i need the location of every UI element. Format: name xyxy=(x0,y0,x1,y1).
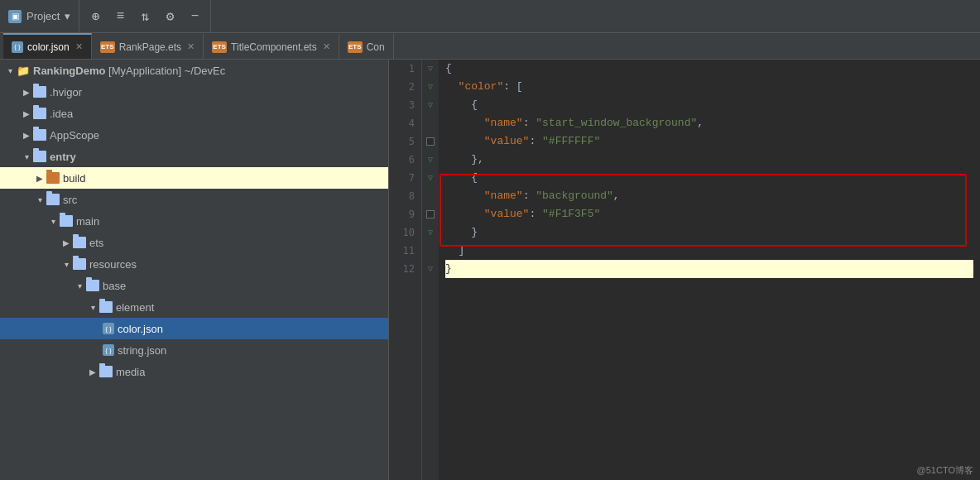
tree-item-element[interactable]: ▾ element xyxy=(0,296,388,318)
toolbar-icons: ⊕ ≡ ⇅ ⚙ − xyxy=(79,0,211,32)
tab-label-con: Con xyxy=(367,41,385,53)
tab-titlecomponent-ets[interactable]: ETS TitleComponent.ets ✕ xyxy=(204,33,339,59)
tree-item-media[interactable]: ▶ media xyxy=(0,361,388,382)
tab-label-titlecomponent: TitleComponent.ets xyxy=(231,41,317,53)
json-tab-icon: { } xyxy=(12,41,23,53)
folder-icon-base xyxy=(86,280,99,291)
tree-item-appscope[interactable]: ▶ AppScope xyxy=(0,124,388,146)
code-line-11: ] xyxy=(445,242,973,260)
arrow-ets: ▶ xyxy=(60,236,73,249)
ets-tab-icon-2: ETS xyxy=(212,41,227,53)
label-idea: .idea xyxy=(50,108,73,120)
filter-icon[interactable]: ⇅ xyxy=(136,7,154,26)
line-num-1: 1 xyxy=(389,60,415,78)
gutter-5[interactable] xyxy=(422,132,439,151)
breakpoint-9[interactable] xyxy=(426,210,435,218)
gutter: ▽ ▽ ▽ ▽ xyxy=(422,60,439,480)
gutter-7: ▽ xyxy=(422,169,439,187)
code-line-6: }, xyxy=(445,151,973,169)
project-label: Project xyxy=(26,10,60,22)
folder-icon-resources xyxy=(73,258,86,270)
folder-icon-element xyxy=(99,301,113,313)
code-line-2: "color": [ xyxy=(445,78,973,96)
code-line-8: "name": "background", xyxy=(445,187,973,205)
tree-item-main[interactable]: ▾ main xyxy=(0,210,388,232)
code-line-12: } xyxy=(445,260,973,278)
tree-item-build[interactable]: ▶ build xyxy=(0,167,388,189)
line-num-12: 12 xyxy=(389,260,415,278)
gutter-2: ▽ xyxy=(422,78,439,96)
dropdown-arrow: ▾ xyxy=(65,10,70,22)
tab-close-titlecomponent[interactable]: ✕ xyxy=(323,41,330,52)
gutter-3: ▽ xyxy=(422,96,439,114)
tree-item-string-json[interactable]: { } string.json xyxy=(0,339,388,361)
label-base: base xyxy=(103,280,126,292)
folder-icon-ets xyxy=(73,237,86,248)
sidebar: ▾ 📁 RankingDemo [MyApplication] ~/DevEc … xyxy=(0,60,389,480)
tab-label-rankpage: RankPage.ets xyxy=(119,41,181,53)
code-line-1: { xyxy=(445,60,973,78)
tree-item-rankingdemo[interactable]: ▾ 📁 RankingDemo [MyApplication] ~/DevEc xyxy=(0,60,388,81)
tree-item-color-json[interactable]: { } color.json xyxy=(0,318,388,339)
code-content[interactable]: { "color": [ { "name": "start_window_bac… xyxy=(439,60,980,480)
arrow-rankingdemo: ▾ xyxy=(3,64,17,77)
line-num-10: 10 xyxy=(389,223,415,242)
tab-close-color-json[interactable]: ✕ xyxy=(75,41,83,52)
label-media: media xyxy=(116,366,145,378)
line-num-7: 7 xyxy=(389,169,415,187)
folder-icon-entry xyxy=(33,151,46,162)
tree-item-base[interactable]: ▾ base xyxy=(0,275,388,296)
arrow-hvigor: ▶ xyxy=(20,85,33,98)
folder-icon-src xyxy=(46,194,60,205)
arrow-base: ▾ xyxy=(73,279,86,292)
breakpoint-5[interactable] xyxy=(426,137,435,146)
label-ets: ets xyxy=(89,237,103,249)
gutter-9[interactable] xyxy=(422,205,439,223)
gutter-4 xyxy=(422,114,439,132)
list-icon[interactable]: ≡ xyxy=(111,7,129,26)
tree-item-idea[interactable]: ▶ .idea xyxy=(0,103,388,124)
folder-icon-idea xyxy=(33,108,46,119)
arrow-media: ▶ xyxy=(86,365,99,378)
label-main: main xyxy=(76,215,99,228)
tree-item-hvigor[interactable]: ▶ .hvigor xyxy=(0,81,388,103)
arrow-element: ▾ xyxy=(86,300,99,314)
label-rankingdemo: RankingDemo [MyApplication] ~/DevEc xyxy=(33,65,225,77)
code-line-5: "value": "#FFFFFF" xyxy=(445,132,973,151)
label-color-json: color.json xyxy=(118,323,163,335)
line-num-8: 8 xyxy=(389,187,415,205)
line-num-6: 6 xyxy=(389,151,415,169)
gutter-10: ▽ xyxy=(422,223,439,242)
arrow-entry: ▾ xyxy=(20,150,33,163)
tabs-bar: { } color.json ✕ ETS RankPage.ets ✕ ETS … xyxy=(0,33,980,60)
label-entry: entry xyxy=(50,151,76,163)
arrow-main: ▾ xyxy=(46,214,60,228)
tab-color-json[interactable]: { } color.json ✕ xyxy=(3,33,92,59)
arrow-appscope: ▶ xyxy=(20,128,33,142)
main-area: ▾ 📁 RankingDemo [MyApplication] ~/DevEc … xyxy=(0,60,980,480)
line-num-2: 2 xyxy=(389,78,415,96)
ets-tab-icon-1: ETS xyxy=(100,41,115,53)
tab-rankpage-ets[interactable]: ETS RankPage.ets ✕ xyxy=(92,33,204,59)
settings-icon[interactable]: ⚙ xyxy=(161,7,179,26)
code-line-4: "name": "start_window_background", xyxy=(445,114,973,132)
tree-item-ets[interactable]: ▶ ets xyxy=(0,232,388,253)
tree-item-entry[interactable]: ▾ entry xyxy=(0,146,388,167)
gutter-1: ▽ xyxy=(422,60,439,78)
tab-con[interactable]: ETS Con xyxy=(339,33,394,59)
arrow-src: ▾ xyxy=(33,193,46,206)
label-build: build xyxy=(63,172,85,185)
project-dropdown[interactable]: ▣ Project ▾ xyxy=(0,0,79,32)
add-icon[interactable]: ⊕ xyxy=(86,7,104,26)
code-line-3: { xyxy=(445,96,973,114)
tab-close-rankpage[interactable]: ✕ xyxy=(187,41,195,52)
minimize-icon[interactable]: − xyxy=(185,7,204,26)
tree-item-resources[interactable]: ▾ resources xyxy=(0,253,388,275)
title-bar: ▣ Project ▾ ⊕ ≡ ⇅ ⚙ − xyxy=(0,0,980,33)
label-hvigor: .hvigor xyxy=(50,86,82,98)
line-numbers: 1 2 3 4 5 6 7 8 9 10 11 12 xyxy=(389,60,422,480)
arrow-resources: ▾ xyxy=(60,257,73,271)
watermark: @51CTO博客 xyxy=(917,464,973,477)
tree-item-src[interactable]: ▾ src xyxy=(0,189,388,210)
label-resources: resources xyxy=(89,258,137,271)
